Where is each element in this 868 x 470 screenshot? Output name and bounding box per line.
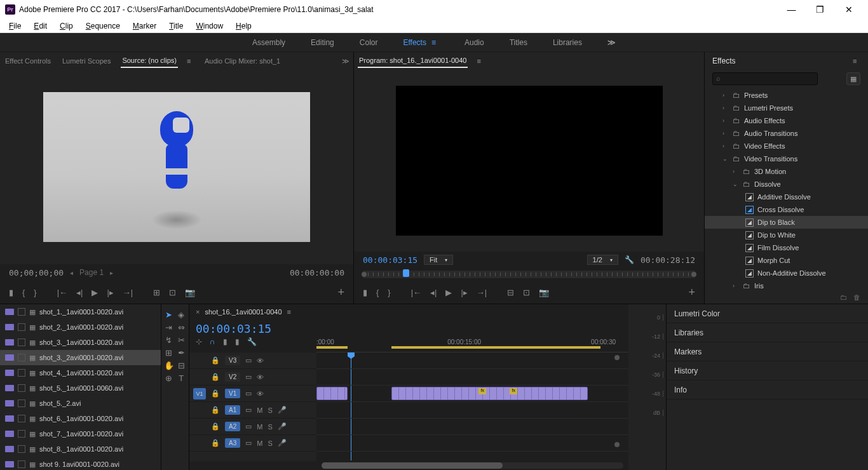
workspace-editing[interactable]: Editing bbox=[311, 38, 334, 47]
checkbox[interactable] bbox=[18, 445, 25, 453]
checkbox[interactable] bbox=[18, 339, 25, 346]
program-timecode[interactable]: 00:00:03:15 bbox=[363, 255, 417, 265]
track-select-tool-icon[interactable]: ◈ bbox=[177, 309, 187, 319]
tab-program[interactable]: Program: shot_16._1avi0001-0040 bbox=[358, 54, 468, 68]
panel-menu-icon[interactable] bbox=[477, 57, 484, 65]
voice-icon[interactable]: 🎤 bbox=[278, 406, 287, 414]
source-timecode-in[interactable]: 00;00;00;00 bbox=[9, 268, 64, 278]
solo-icon[interactable]: S bbox=[268, 440, 272, 447]
ripple-tool-icon[interactable]: ⇥ bbox=[164, 322, 174, 332]
lock-icon[interactable]: 🔒 bbox=[211, 356, 220, 365]
video-clip[interactable] bbox=[316, 387, 348, 400]
minimize-button[interactable]: — bbox=[777, 0, 806, 19]
program-scrubber[interactable] bbox=[354, 268, 704, 281]
panel-tab-lumetri-color[interactable]: Lumetri Color bbox=[667, 304, 868, 323]
track-header-v3[interactable]: 🔒V3▭👁 bbox=[189, 352, 316, 369]
track-header-a3[interactable]: 🔒A3▭MS🎤 bbox=[189, 435, 316, 452]
workspace-overflow-icon[interactable]: ≫ bbox=[607, 38, 616, 47]
panel-menu-icon[interactable] bbox=[287, 308, 295, 316]
effects-search-input[interactable] bbox=[712, 72, 818, 85]
audio-lane-a3[interactable] bbox=[316, 435, 628, 452]
checkbox[interactable] bbox=[18, 369, 25, 377]
checkbox[interactable] bbox=[18, 430, 25, 438]
workspace-audio[interactable]: Audio bbox=[465, 38, 484, 47]
step-back-icon[interactable]: ◂| bbox=[76, 288, 83, 297]
add-button-icon[interactable]: + bbox=[337, 286, 344, 299]
folder-audio-transitions[interactable]: ›🗀Audio Transitions bbox=[705, 127, 868, 140]
rate-tool-icon[interactable]: ↯ bbox=[164, 335, 174, 345]
menu-help[interactable]: Help bbox=[229, 20, 258, 32]
zoom-select[interactable]: Fit bbox=[424, 255, 453, 265]
checkbox[interactable] bbox=[18, 460, 25, 468]
slide-tool-icon[interactable]: ⊟ bbox=[177, 360, 186, 370]
bin-item[interactable]: ▦shot_3._2avi0001-0020.avi bbox=[0, 350, 161, 365]
effect-cross-dissolve[interactable]: ◢Cross Dissolve bbox=[705, 203, 868, 216]
overwrite-icon[interactable]: ⊡ bbox=[169, 288, 176, 297]
voice-icon[interactable]: 🎤 bbox=[278, 422, 287, 431]
panel-tab-info[interactable]: Info bbox=[667, 380, 868, 399]
source-page[interactable]: Page 1 bbox=[79, 268, 104, 277]
folder-dissolve[interactable]: ⌄🗀Dissolve bbox=[705, 178, 868, 191]
voice-icon[interactable]: 🎤 bbox=[278, 439, 287, 447]
track-header-a1[interactable]: 🔒A1▭MS🎤 bbox=[189, 402, 316, 419]
tabs-overflow-icon[interactable]: ≫ bbox=[342, 57, 349, 65]
bin-item[interactable]: ▦shot_5._2.avi bbox=[0, 396, 161, 411]
marker-icon[interactable]: ▮ bbox=[9, 288, 13, 297]
track-header-v2[interactable]: 🔒V2▭👁 bbox=[189, 369, 316, 386]
snap-icon[interactable]: ⊹ bbox=[196, 337, 202, 346]
export-frame-icon[interactable]: 📷 bbox=[185, 288, 195, 297]
out-point-icon[interactable]: } bbox=[388, 288, 390, 297]
sequence-tab[interactable]: shot_16._1avi0001-0040 bbox=[205, 308, 281, 316]
selection-tool-icon[interactable]: ➤ bbox=[164, 309, 174, 319]
track-name[interactable]: A1 bbox=[225, 405, 240, 415]
toggle-output-icon[interactable]: ▭ bbox=[245, 373, 252, 381]
folder-video-effects[interactable]: ›🗀Video Effects bbox=[705, 140, 868, 152]
go-to-in-icon[interactable]: |← bbox=[57, 288, 67, 297]
checkbox[interactable] bbox=[18, 415, 25, 422]
tab-effect-controls[interactable]: Effect Controls bbox=[4, 55, 52, 67]
mute-icon[interactable]: M bbox=[257, 423, 262, 431]
menu-file[interactable]: File bbox=[3, 20, 27, 32]
folder-lumetri-presets[interactable]: ›🗀Lumetri Presets bbox=[705, 102, 868, 114]
track-name[interactable]: A3 bbox=[225, 438, 240, 448]
panel-menu-icon[interactable] bbox=[853, 57, 860, 65]
timeline-h-scroll[interactable] bbox=[322, 462, 623, 469]
folder-iris[interactable]: ›🗀Iris bbox=[705, 279, 868, 291]
rolling-tool-icon[interactable]: ⇔ bbox=[177, 322, 187, 332]
timeline-ruler[interactable]: :00:0000:00:15:0000:00:30 bbox=[316, 337, 628, 352]
mute-icon[interactable]: M bbox=[257, 440, 262, 447]
workspace-color[interactable]: Color bbox=[360, 38, 378, 47]
panel-tab-libraries[interactable]: Libraries bbox=[667, 323, 868, 342]
add-button-icon[interactable]: + bbox=[688, 286, 695, 299]
track-header-a2[interactable]: 🔒A2▭MS🎤 bbox=[189, 419, 316, 435]
effect-film-dissolve[interactable]: ◢Film Dissolve bbox=[705, 241, 868, 254]
workspace-effects[interactable]: Effects bbox=[403, 38, 438, 47]
in-point-icon[interactable]: { bbox=[376, 288, 379, 297]
checkbox[interactable] bbox=[18, 399, 25, 407]
checkbox[interactable] bbox=[18, 354, 25, 361]
settings-icon[interactable]: 🔧 bbox=[625, 255, 634, 264]
go-to-out-icon[interactable]: →| bbox=[123, 288, 133, 297]
menu-edit[interactable]: Edit bbox=[27, 20, 53, 32]
step-forward-icon[interactable]: |▸ bbox=[107, 288, 113, 297]
folder-audio-effects[interactable]: ›🗀Audio Effects bbox=[705, 114, 868, 127]
bin-item[interactable]: ▦shot_1._1avi0001-0020.avi bbox=[0, 304, 161, 319]
tab-source-no-clips-[interactable]: Source: (no clips) bbox=[121, 54, 178, 68]
go-to-in-icon[interactable]: |← bbox=[411, 288, 421, 297]
source-patch[interactable]: V1 bbox=[193, 388, 206, 399]
bin-item[interactable]: ▦shot_3._1avi0001-0020.avi bbox=[0, 335, 161, 350]
workspace-menu-icon[interactable] bbox=[431, 38, 439, 47]
timeline-timecode[interactable]: 00:00:03:15 bbox=[196, 322, 622, 335]
type-tool-icon[interactable]: T bbox=[177, 373, 187, 383]
effect-morph-cut[interactable]: ◢Morph Cut bbox=[705, 254, 868, 267]
folder-video-transitions[interactable]: ⌄🗀Video Transitions bbox=[705, 152, 868, 165]
solo-icon[interactable]: S bbox=[268, 406, 272, 414]
effect-non-additive-dissolve[interactable]: ◢Non-Additive Dissolve bbox=[705, 267, 868, 279]
video-lane-v1[interactable]: fxfx bbox=[316, 386, 628, 402]
lock-icon[interactable]: 🔒 bbox=[211, 422, 220, 431]
menu-clip[interactable]: Clip bbox=[53, 20, 79, 32]
slip-tool-icon[interactable]: ⊞ bbox=[164, 347, 174, 358]
toggle-output-icon[interactable]: ▭ bbox=[245, 389, 252, 398]
toggle-output-icon[interactable]: ▭ bbox=[245, 406, 252, 414]
track-name[interactable]: A2 bbox=[225, 422, 240, 431]
